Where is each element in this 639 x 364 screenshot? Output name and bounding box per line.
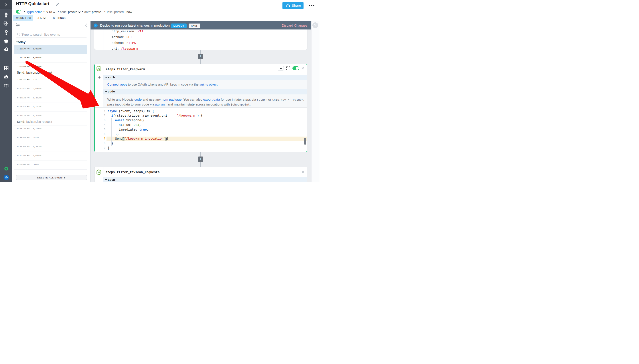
svg-text:JS: JS xyxy=(97,171,100,174)
svg-text:JS: JS xyxy=(97,68,100,70)
